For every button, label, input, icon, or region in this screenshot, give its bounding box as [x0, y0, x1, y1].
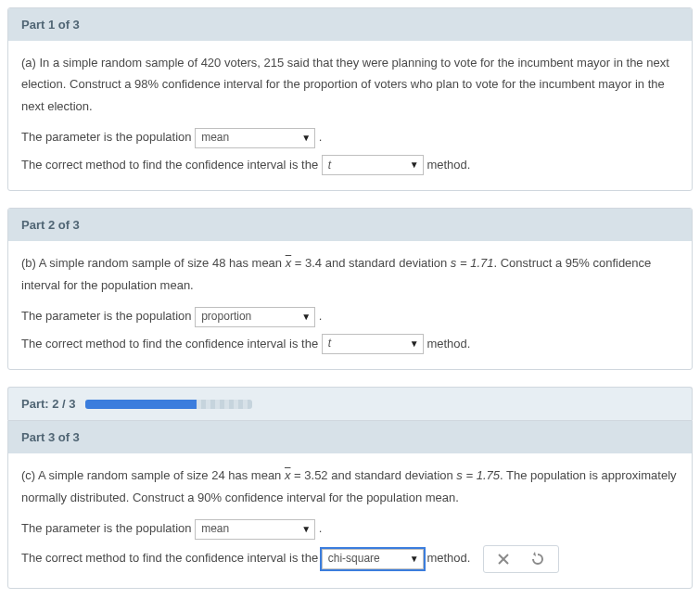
action-box	[483, 545, 559, 573]
part2-method-row: The correct method to find the confidenc…	[21, 333, 679, 355]
part1-body: (a) In a simple random sample of 420 vot…	[8, 41, 692, 190]
chevron-down-icon: ▼	[410, 157, 419, 173]
part2-method-value: t	[328, 334, 331, 354]
period-text: .	[319, 521, 323, 535]
part3-method-label: The correct method to find the confidenc…	[21, 551, 318, 565]
part3-method-select[interactable]: chi-square ▼	[322, 549, 424, 569]
part3-method-after: method.	[426, 551, 470, 565]
part1-header: Part 1 of 3	[8, 8, 692, 41]
progress-track	[85, 400, 252, 409]
part3-param-select[interactable]: mean ▼	[195, 519, 315, 540]
part1-method-select[interactable]: t ▼	[322, 155, 424, 175]
part3-param-row: The parameter is the population mean ▼ .	[21, 517, 679, 540]
part3-prompt: (c) A simple random sample of size 24 ha…	[21, 465, 679, 508]
part2-prompt: (b) A simple random sample of size 48 ha…	[21, 252, 679, 296]
part1-param-row: The parameter is the population mean ▼ .	[21, 126, 679, 148]
close-icon[interactable]	[497, 553, 510, 566]
period-text: .	[319, 309, 323, 323]
part3-method-value: chi-square	[328, 549, 380, 569]
part3-prompt-mid1: = 3.52 and standard deviation	[290, 468, 456, 482]
part2-param-value: proportion	[201, 307, 251, 327]
period-text: .	[319, 130, 323, 144]
part2-param-row: The parameter is the population proporti…	[21, 305, 679, 327]
part3-s-eq: s = 1.75	[456, 468, 500, 482]
part1-method-row: The correct method to find the confidenc…	[21, 154, 679, 176]
progress-label: Part: 2 / 3	[21, 397, 76, 411]
progress-fill	[85, 400, 197, 409]
part3-body: (c) A simple random sample of size 24 ha…	[8, 453, 692, 587]
part3-prompt-before: (c) A simple random sample of size 24 ha…	[21, 468, 285, 482]
undo-icon[interactable]	[530, 552, 545, 567]
part1-param-select[interactable]: mean ▼	[195, 128, 315, 148]
progress-bar: Part: 2 / 3	[7, 387, 693, 420]
part2-card: Part 2 of 3 (b) A simple random sample o…	[7, 208, 693, 370]
part2-body: (b) A simple random sample of size 48 ha…	[8, 241, 692, 369]
part2-method-after: method.	[426, 337, 470, 350]
chevron-down-icon: ▼	[301, 130, 311, 147]
part3-param-label: The parameter is the population	[21, 521, 192, 535]
chevron-down-icon: ▼	[410, 336, 419, 352]
part2-method-label: The correct method to find the confidenc…	[21, 337, 318, 350]
part1-method-label: The correct method to find the confidenc…	[21, 158, 318, 172]
part1-prompt: (a) In a simple random sample of 420 vot…	[21, 52, 679, 117]
chevron-down-icon: ▼	[301, 309, 311, 325]
part2-header: Part 2 of 3	[8, 209, 692, 241]
part3-method-row: The correct method to find the confidenc…	[21, 545, 679, 573]
part3-param-value: mean	[201, 519, 229, 540]
chevron-down-icon: ▼	[410, 551, 419, 567]
part1-card: Part 1 of 3 (a) In a simple random sampl…	[7, 7, 693, 191]
part1-method-after: method.	[426, 158, 470, 172]
part2-prompt-before: (b) A simple random sample of size 48 ha…	[21, 256, 286, 270]
part2-param-select[interactable]: proportion ▼	[195, 307, 315, 327]
chevron-down-icon: ▼	[301, 521, 311, 538]
part2-method-select[interactable]: t ▼	[322, 334, 424, 354]
part1-param-value: mean	[201, 128, 229, 148]
part3-header: Part 3 of 3	[8, 421, 692, 453]
part1-method-value: t	[328, 156, 331, 176]
part3-card: Part 3 of 3 (c) A simple random sample o…	[7, 420, 693, 588]
part2-prompt-mid1: = 3.4 and standard deviation	[291, 256, 451, 270]
part2-s-eq: s = 1.71	[451, 256, 494, 270]
part2-param-label: The parameter is the population	[21, 309, 192, 323]
part1-param-label: The parameter is the population	[21, 130, 192, 144]
